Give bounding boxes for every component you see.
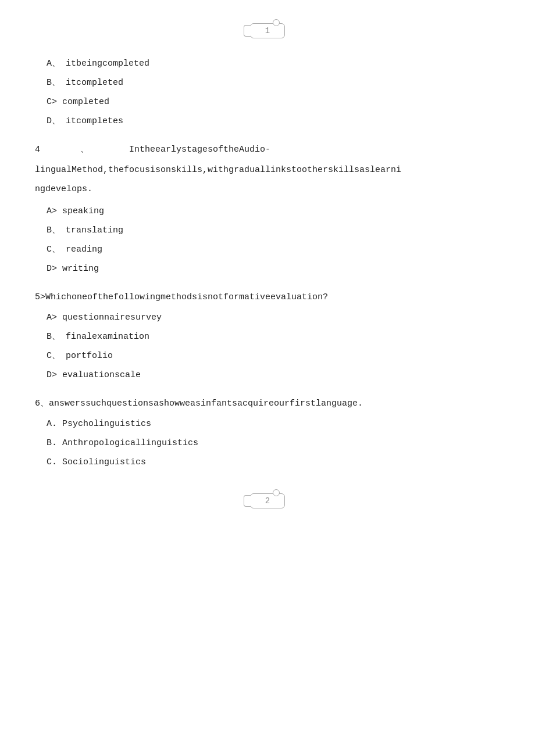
question-6: 6、answerssuchquestionsashowweasinfantsac…	[35, 396, 500, 470]
q3-option-c: C> completed	[47, 94, 500, 110]
q3-option-c-label: C>	[47, 97, 57, 107]
q5-option-c: C、 portfolio	[47, 348, 500, 364]
bottom-page-badge-area: 2	[35, 493, 500, 508]
q4-text-part3: ngdevelops.	[35, 181, 500, 198]
q4-option-a-text: speaking	[62, 206, 104, 216]
q3-option-b-text: itcompleted	[66, 78, 123, 88]
top-page-number: 1	[265, 26, 270, 35]
q3-option-b-label: B、	[47, 78, 60, 88]
q5-option-b-label: B、	[47, 332, 60, 342]
q5-text: 5>Whichoneofthefollowingmethodsisnotform…	[35, 289, 500, 305]
q5-option-d-text: evaluationscale	[62, 370, 141, 380]
q6-option-c: C. Sociolinguistics	[47, 454, 500, 470]
q4-separator: 、	[80, 145, 89, 155]
top-page-badge: 1	[250, 23, 285, 38]
q4-text-part2: lingualMethod,thefocusisonskills,withgra…	[35, 162, 500, 179]
q5-option-c-label: C、	[47, 351, 60, 361]
q4-option-d: D> writing	[47, 261, 500, 277]
q3-option-d-label: D、	[47, 116, 60, 126]
q3-option-d-text: itcompletes	[66, 116, 123, 126]
q6-option-c-label: C.	[47, 457, 57, 467]
q5-option-b: B、 finalexamination	[47, 329, 500, 345]
page-container: 1 A、 itbeingcompleted B、 itcompleted C> …	[35, 23, 500, 508]
badge-left-ear-bottom	[244, 495, 251, 507]
q5-option-b-text: finalexamination	[66, 332, 149, 342]
q6-option-a: A. Psycholinguistics	[47, 416, 500, 432]
q6-option-a-label: A.	[47, 419, 57, 429]
q3-option-c-text: completed	[62, 97, 109, 107]
q6-option-b-text: Anthropologicallinguistics	[62, 438, 198, 448]
q6-option-a-text: Psycholinguistics	[62, 419, 151, 429]
q5-option-c-text: portfolio	[66, 351, 113, 361]
bottom-page-number: 2	[265, 496, 270, 506]
question-3-options: A、 itbeingcompleted B、 itcompleted C> co…	[35, 56, 500, 129]
q4-option-d-label: D>	[47, 264, 57, 274]
q5-option-d: D> evaluationscale	[47, 367, 500, 383]
top-page-badge-area: 1	[35, 23, 500, 38]
q4-option-a-label: A>	[47, 206, 57, 216]
q4-option-b: B、 translating	[47, 223, 500, 238]
q4-option-b-text: translating	[66, 225, 123, 235]
q6-text: 6、answerssuchquestionsashowweasinfantsac…	[35, 396, 500, 411]
q4-option-b-label: B、	[47, 225, 60, 235]
q4-text-part1: IntheearlystagesoftheAudio-	[129, 145, 270, 155]
q3-option-a-label: A、	[47, 59, 60, 69]
q5-option-a-text: questionnairesurvey	[62, 313, 162, 323]
q5-option-a-label: A>	[47, 313, 57, 323]
q4-option-a: A> speaking	[47, 203, 500, 219]
q3-option-a: A、 itbeingcompleted	[47, 56, 500, 71]
q3-option-d: D、 itcompletes	[47, 113, 500, 129]
q6-option-b-label: B.	[47, 438, 57, 448]
q6-option-c-text: Sociolinguistics	[62, 457, 146, 467]
q4-option-c-label: C、	[47, 245, 60, 255]
question-4: 4 、 IntheearlystagesoftheAudio- lingualM…	[35, 142, 500, 277]
q4-intro-line1: 4 、 IntheearlystagesoftheAudio-	[35, 142, 500, 157]
bottom-page-badge: 2	[250, 493, 285, 508]
q3-option-b: B、 itcompleted	[47, 75, 500, 91]
q5-option-a: A> questionnairesurvey	[47, 310, 500, 325]
q4-option-c: C、 reading	[47, 242, 500, 257]
badge-left-ear	[244, 25, 251, 37]
q3-option-a-text: itbeingcompleted	[66, 59, 149, 69]
q5-option-d-label: D>	[47, 370, 57, 380]
question-5: 5>Whichoneofthefollowingmethodsisnotform…	[35, 289, 500, 383]
q4-option-c-text: reading	[66, 245, 102, 255]
q6-option-b: B. Anthropologicallinguistics	[47, 435, 500, 451]
q4-option-d-text: writing	[62, 264, 99, 274]
q4-number: 4	[35, 145, 40, 155]
